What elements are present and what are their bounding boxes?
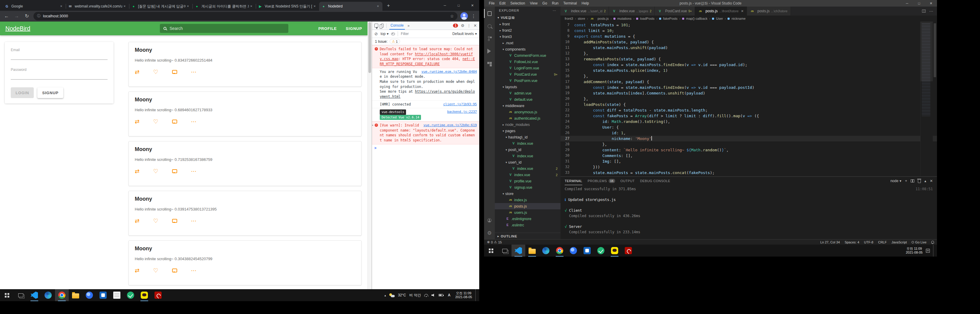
- tree-item[interactable]: ▾front3: [495, 33, 560, 40]
- expand-caret-icon[interactable]: ▸: [372, 123, 375, 127]
- taskbar-app-green[interactable]: [124, 289, 137, 301]
- profile-button[interactable]: PROFILE: [318, 26, 337, 31]
- tree-item[interactable]: Vindex.vue2: [495, 172, 560, 178]
- network-icon[interactable]: [424, 294, 428, 296]
- console-source-link[interactable]: client.js?1b93:95: [443, 102, 477, 107]
- extensions-icon[interactable]: [484, 57, 495, 70]
- panel-tab-debug-console[interactable]: DEBUG CONSOLE: [640, 177, 670, 185]
- code-line[interactable]: 17 addComment(state, payload) {: [560, 79, 937, 84]
- panel-tab-output[interactable]: OUTPUT: [620, 177, 635, 185]
- ime-indicator[interactable]: A: [446, 292, 452, 298]
- show-desktop-button[interactable]: [933, 245, 935, 257]
- tree-item[interactable]: VFollowList.vue: [495, 59, 560, 65]
- tab-close-icon[interactable]: ✕: [375, 4, 380, 9]
- comment-icon[interactable]: [172, 219, 177, 223]
- code-line[interactable]: 27 nickname: 'Moony': [560, 136, 937, 142]
- new-terminal-icon[interactable]: +: [905, 179, 907, 183]
- live-expression-icon[interactable]: [391, 33, 395, 35]
- tree-item[interactable]: E.eslintignore: [495, 215, 560, 222]
- devtools-close-icon[interactable]: ✕: [474, 23, 477, 28]
- indentation[interactable]: Spaces: 4: [845, 241, 859, 244]
- tree-item[interactable]: Vindex.vue2: [495, 165, 560, 172]
- heart-icon[interactable]: ♡: [153, 168, 158, 174]
- tree-item[interactable]: ▸.nuxt: [495, 40, 560, 46]
- menu-file[interactable]: File: [487, 1, 497, 5]
- volume-icon[interactable]: [431, 294, 435, 297]
- code-line[interactable]: 7const totalPosts = 101;: [560, 22, 937, 28]
- code-line[interactable]: 24 id: Math.random().toString(),: [560, 119, 937, 124]
- breadcrumb-item[interactable]: mutations: [617, 17, 632, 20]
- minimap[interactable]: [920, 22, 933, 177]
- account-icon[interactable]: [484, 214, 495, 227]
- breadcrumb-item[interactable]: User: [716, 17, 723, 20]
- tab-close-icon[interactable]: ✕: [312, 4, 317, 9]
- scrollbar-thumb[interactable]: [368, 22, 371, 73]
- breadcrumb-item[interactable]: fakePosts: [663, 17, 677, 20]
- menu-view[interactable]: View: [527, 1, 540, 5]
- comment-icon[interactable]: [172, 70, 177, 74]
- editor-scrollbar[interactable]: [933, 22, 937, 177]
- heart-icon[interactable]: ♡: [153, 69, 158, 75]
- retweet-icon[interactable]: ⇄: [135, 218, 140, 224]
- maximize-panel-icon[interactable]: ▴: [924, 179, 926, 183]
- tree-item[interactable]: ▾layouts: [495, 84, 560, 90]
- bookmark-star-icon[interactable]: ☆: [450, 14, 454, 19]
- tree-item[interactable]: ▾user\_id: [495, 159, 560, 165]
- action-center-icon[interactable]: [926, 249, 930, 253]
- editor-tab[interactable]: Vindex.vue...\pages2: [609, 6, 655, 16]
- taskbar-app-vscode[interactable]: [512, 245, 525, 257]
- new-tab-button[interactable]: +: [384, 2, 393, 10]
- more-icon[interactable]: ⋯: [191, 268, 197, 273]
- code-line[interactable]: 10 addMainPosts(state, payload) {: [560, 39, 937, 45]
- menu-go[interactable]: Go: [540, 1, 549, 5]
- taskbar-app-edge[interactable]: [539, 245, 553, 257]
- tree-item[interactable]: ▾components: [495, 46, 560, 53]
- browser-tab[interactable]: ●Nodebird✕: [319, 2, 382, 11]
- code-line[interactable]: 9export const mutations = {: [560, 33, 937, 39]
- taskbar-app-folder[interactable]: [525, 245, 539, 257]
- breadcrumb-item[interactable]: store: [578, 17, 585, 20]
- close-button[interactable]: ✕: [925, 0, 937, 6]
- retweet-icon[interactable]: ⇄: [135, 119, 140, 124]
- browser-tab[interactable]: ●게시글의 아이디를 클릭하면 프로✕: [192, 2, 256, 11]
- retweet-icon[interactable]: ⇄: [135, 268, 140, 273]
- panel-tab-problems[interactable]: PROBLEMS15: [588, 177, 615, 185]
- heart-icon[interactable]: ♡: [153, 119, 158, 124]
- close-button[interactable]: ✕: [466, 0, 479, 11]
- tree-item[interactable]: JSindex.js: [495, 197, 560, 203]
- battery-icon[interactable]: [439, 294, 443, 296]
- notifications-bell-icon[interactable]: [931, 241, 934, 244]
- console-prompt[interactable]: >: [372, 145, 479, 152]
- tree-item[interactable]: JSanonymous.js: [495, 109, 560, 115]
- task-view-button[interactable]: [14, 289, 27, 301]
- email-field[interactable]: [11, 52, 108, 60]
- encoding[interactable]: UTF-8: [864, 241, 873, 244]
- explorer-icon[interactable]: [484, 7, 495, 20]
- inspect-element-icon[interactable]: [374, 24, 378, 27]
- brand-link[interactable]: NodeBird: [5, 25, 30, 32]
- code-line[interactable]: 28 },: [560, 142, 937, 147]
- devtools-menu-icon[interactable]: ⋮: [467, 23, 471, 28]
- language-mode[interactable]: JavaScript: [892, 241, 907, 244]
- tree-item[interactable]: ▾pages: [495, 128, 560, 134]
- taskbar-app-kakao[interactable]: [608, 245, 622, 257]
- code-line[interactable]: 11 state.mainPosts.unshift(payload): [560, 45, 937, 51]
- taskbar-app-vscode[interactable]: [27, 289, 41, 301]
- tree-item[interactable]: ▾post\_id: [495, 147, 560, 153]
- tree-item[interactable]: VCommentForm.vue: [495, 53, 560, 59]
- outline-section[interactable]: ▸ OUTLINE: [495, 233, 560, 239]
- breadcrumb-item[interactable]: posts.js: [598, 17, 609, 20]
- profile-avatar[interactable]: [460, 12, 468, 20]
- menu-run[interactable]: Run: [549, 1, 561, 5]
- console-filter-input[interactable]: [401, 32, 449, 36]
- tray-expand-icon[interactable]: ▴: [385, 294, 386, 297]
- eol-sequence[interactable]: CRLF: [878, 241, 887, 244]
- login-button[interactable]: LOGIN: [11, 87, 34, 98]
- tree-item[interactable]: JSusers.js: [495, 209, 560, 215]
- issues-chip[interactable]: ⚠ 1: [390, 39, 400, 44]
- console-source-link[interactable]: vue.runtime.esm.js?2b0e:619: [423, 123, 477, 128]
- code-line[interactable]: 23 const fakePosts = Array(diff > limit …: [560, 113, 937, 119]
- code-line[interactable]: 32 })): [560, 164, 937, 170]
- tree-item[interactable]: ▾middleware: [495, 103, 560, 109]
- workspace-section[interactable]: ▾ VUE강좌: [495, 14, 560, 21]
